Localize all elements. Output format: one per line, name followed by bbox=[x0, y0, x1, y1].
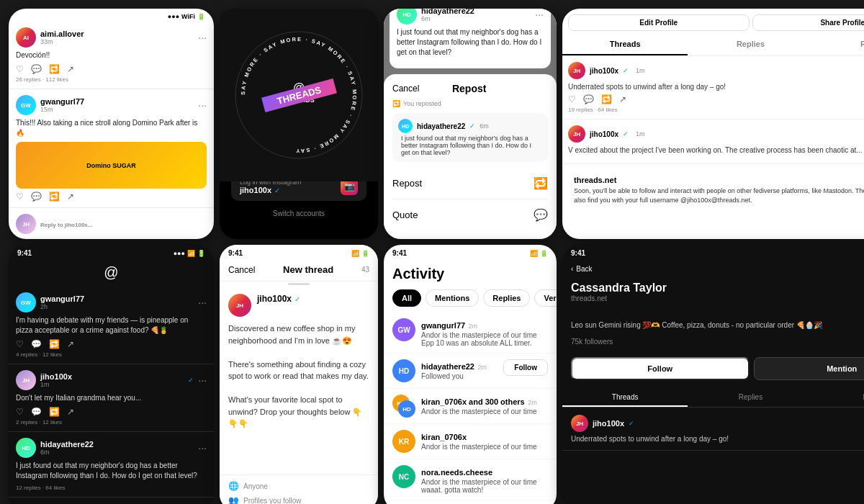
post-item: GW gwangurl77 15m ··· This!!! Also takin… bbox=[9, 89, 214, 208]
repost-icon[interactable]: 🔁 bbox=[49, 339, 60, 349]
char-count: 43 bbox=[361, 266, 369, 274]
phone-profile: Edit Profile Share Profile Threads Repli… bbox=[562, 9, 864, 239]
profile-tabs: Threads Replies Reposts bbox=[562, 34, 864, 56]
share-icon[interactable]: ↗ bbox=[619, 94, 626, 104]
verified-icon: ✓ bbox=[274, 186, 280, 194]
avatar: JH bbox=[568, 62, 585, 79]
like-icon[interactable]: ♡ bbox=[16, 407, 24, 417]
quote-option[interactable]: Quote 💬 bbox=[392, 199, 548, 230]
activity-item: AI aimi_allover Andor is... bbox=[384, 500, 557, 504]
post-item: JH Reply to jiho100x... bbox=[9, 208, 214, 239]
profile-post: JH jiho100x ✓ 1m ··· Underrated spots to… bbox=[562, 56, 864, 120]
cancel-button[interactable]: Cancel bbox=[392, 84, 419, 94]
people-icon: 👥 bbox=[228, 495, 239, 504]
tab-replies[interactable]: Replies bbox=[483, 289, 530, 307]
comment-icon[interactable]: 💬 bbox=[583, 94, 594, 104]
repost-option[interactable]: Repost 🔁 bbox=[392, 168, 548, 199]
post-username: hidayathere22 bbox=[421, 9, 531, 15]
post-meta: hidayathere22 6m bbox=[40, 440, 194, 456]
phone-composer: 9:41 📶🔋 Cancel New thread 43 JH jiho100x bbox=[220, 245, 378, 504]
activity-item: KR kiran_0706x Andor is the masterpiece … bbox=[384, 424, 557, 459]
more-options-icon[interactable]: ··· bbox=[198, 297, 207, 308]
share-icon[interactable]: ↗ bbox=[67, 407, 74, 417]
tab-all[interactable]: All bbox=[392, 289, 421, 307]
edit-profile-button[interactable]: Edit Profile bbox=[568, 14, 750, 31]
repost-icon[interactable]: 🔁 bbox=[49, 64, 60, 74]
post-item: HD hidayathere22 6m ··· I just found out… bbox=[9, 432, 214, 498]
tab-replies[interactable]: Replies bbox=[688, 389, 813, 407]
status-time: 9:41 bbox=[571, 249, 585, 257]
more-options-icon[interactable]: ··· bbox=[198, 99, 207, 111]
composer-header: Cancel New thread 43 bbox=[220, 258, 378, 282]
share-profile-button[interactable]: Share Profile bbox=[752, 14, 865, 31]
composer-footer: 🌐 Anyone 👥 Profiles you follow bbox=[220, 474, 378, 504]
comment-icon[interactable]: 💬 bbox=[31, 407, 42, 417]
like-icon[interactable]: ♡ bbox=[16, 339, 24, 349]
activity-content: nora.needs.cheese Andor is the masterpie… bbox=[421, 465, 548, 494]
post-time: 1m bbox=[636, 130, 645, 138]
post-username: jiho100x bbox=[590, 67, 618, 75]
tab-threads[interactable]: Threads bbox=[562, 34, 688, 55]
composer-text-area[interactable]: Discovered a new coffee shop in my neigh… bbox=[228, 323, 369, 430]
avatar: GW bbox=[16, 292, 36, 312]
avatar: HD bbox=[398, 119, 413, 133]
like-icon[interactable]: ♡ bbox=[16, 64, 24, 74]
share-icon[interactable]: ↗ bbox=[67, 192, 74, 202]
post-meta: hidayathere22 6m bbox=[421, 9, 531, 22]
activity-item: KR HD kiran_0706x and 300 others 2m Ando… bbox=[384, 389, 557, 424]
repost-icon[interactable]: 🔁 bbox=[601, 94, 612, 104]
comment-icon[interactable]: 💬 bbox=[31, 64, 42, 74]
post-image: Domino SUGAR bbox=[16, 142, 207, 189]
activity-content: kiran_0706x Andor is the masterpiece of … bbox=[421, 430, 548, 451]
verified-icon: ✓ bbox=[188, 377, 194, 384]
post-username: jiho100x bbox=[590, 130, 618, 138]
avatar: JH bbox=[228, 294, 251, 317]
tab-reposts[interactable]: Reposts bbox=[814, 389, 864, 407]
more-options-icon[interactable]: ··· bbox=[198, 374, 207, 386]
audience-profiles[interactable]: 👥 Profiles you follow bbox=[228, 495, 369, 504]
more-options-icon[interactable]: ··· bbox=[535, 9, 544, 20]
post-meta: gwangurl77 2h bbox=[40, 294, 194, 310]
switch-accounts-button[interactable]: Switch accounts bbox=[231, 207, 366, 217]
tab-replies[interactable]: Replies bbox=[688, 34, 813, 55]
tab-mentions[interactable]: Mentions bbox=[426, 289, 479, 307]
status-icons: 📶🔋 bbox=[351, 250, 369, 257]
tab-reposts[interactable]: Reposts bbox=[814, 34, 864, 55]
profile-post: JH jiho100x ✓ 1m ··· V excited about the… bbox=[562, 120, 864, 164]
composer-body[interactable]: JH jiho100x ✓ Discovered a new coffee sh… bbox=[220, 287, 378, 474]
profile-handle: threads.net bbox=[571, 294, 667, 302]
activity-content: kiran_0706x and 300 others 2m Andor is t… bbox=[421, 395, 548, 415]
post-time: 33m bbox=[40, 38, 194, 45]
post-text: I just found out that my neighbor's dog … bbox=[397, 27, 544, 58]
post-meta: gwangurl77 15m bbox=[40, 97, 194, 113]
activity-item: NC nora.needs.cheese Andor is the master… bbox=[384, 459, 557, 500]
tab-verified[interactable]: Verifi... bbox=[534, 289, 557, 307]
comment-icon[interactable]: 💬 bbox=[31, 192, 42, 202]
comment-icon[interactable]: 💬 bbox=[31, 339, 42, 349]
verified-icon: ✓ bbox=[629, 420, 634, 427]
tab-threads[interactable]: Threads bbox=[562, 389, 688, 407]
avatar: NC bbox=[392, 465, 415, 488]
back-button[interactable]: ‹ Back bbox=[571, 265, 593, 273]
audience-anyone[interactable]: 🌐 Anyone bbox=[228, 481, 369, 491]
cancel-button[interactable]: Cancel bbox=[228, 265, 255, 275]
repost-icon[interactable]: 🔁 bbox=[49, 192, 60, 202]
reply-count: 12 replies · 64 likes bbox=[16, 485, 207, 491]
avatar: JH bbox=[16, 214, 36, 234]
phone-repost-modal: HD hidayathere22 6m ··· I just found out… bbox=[384, 9, 557, 239]
like-icon[interactable]: ♡ bbox=[568, 94, 576, 104]
mention-button[interactable]: Mention bbox=[754, 357, 865, 380]
post-text: Devoción!! bbox=[16, 50, 207, 60]
more-options-icon[interactable]: ··· bbox=[198, 32, 207, 43]
repost-icon[interactable]: 🔁 bbox=[49, 407, 60, 417]
more-options-icon[interactable]: ··· bbox=[198, 442, 207, 454]
reply-count: 26 replies · 112 likes bbox=[16, 76, 207, 83]
share-icon[interactable]: ↗ bbox=[67, 339, 74, 349]
phone-dark-feed: 9:41 ●●●📶🔋 @ GW gwangurl77 2h ··· I'm ha… bbox=[9, 245, 214, 504]
post-item: GW gwangurl77 2h ··· I'm having a debate… bbox=[9, 287, 214, 364]
status-icons: 📶🔋 bbox=[530, 250, 548, 257]
like-icon[interactable]: ♡ bbox=[16, 192, 24, 202]
follow-button[interactable]: Follow bbox=[503, 359, 548, 376]
share-icon[interactable]: ↗ bbox=[67, 64, 74, 74]
follow-button[interactable]: Follow bbox=[571, 357, 750, 380]
